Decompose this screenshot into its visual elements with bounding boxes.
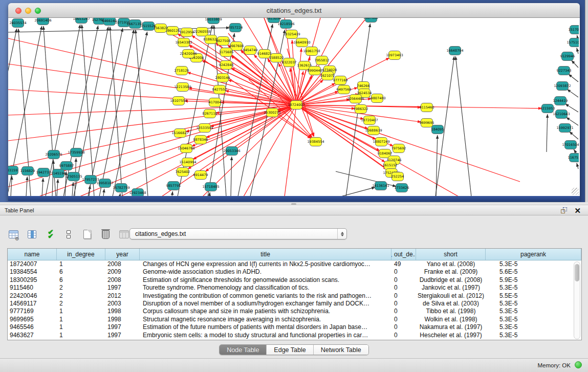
graph-node[interactable]: 417004 (209, 98, 222, 107)
graph-node[interactable]: 9115460 (420, 103, 434, 112)
graph-node[interactable]: 18325419 (283, 30, 300, 39)
table-row[interactable]: 969969511998Structural magnetic resonanc… (8, 316, 581, 323)
table-cell[interactable]: 9463627 (8, 332, 57, 339)
table-cell[interactable]: 2 (57, 292, 105, 300)
graph-node[interactable]: 3215953 (540, 104, 555, 113)
table-row[interactable]: 946362711997Embryonic stem cells: a mode… (8, 332, 581, 339)
resize-grip-icon[interactable] (572, 188, 579, 195)
graph-node[interactable]: 1615152 (383, 161, 398, 170)
graph-node[interactable]: 16782759 (113, 184, 129, 192)
tab-edge-table[interactable]: Edge Table (267, 345, 313, 355)
new-document-icon[interactable] (81, 228, 93, 240)
network-canvas[interactable]: 1872400725300275193845549860126591295422… (8, 18, 580, 196)
table-cell[interactable]: 9777169 (8, 308, 57, 315)
table-cell[interactable]: 5.3E-5 (486, 300, 581, 308)
table-cell[interactable]: 2003 (105, 300, 140, 308)
graph-node[interactable]: 8267110 (203, 110, 217, 118)
graph-node[interactable]: 8878344 (193, 136, 208, 144)
table-cell[interactable]: Stergiakouli et al. (2012) (416, 292, 486, 300)
table-cell[interactable]: Nakamura et al. (1997) (416, 323, 486, 331)
graph-node[interactable]: 7955812 (315, 56, 330, 65)
table-cell[interactable]: 1998 (105, 308, 140, 315)
graph-node[interactable]: 20691406 (34, 18, 51, 25)
graph-node[interactable]: 18107554 (170, 97, 187, 105)
table-cell[interactable]: Dudbridge et al. (2008) (416, 276, 486, 284)
graph-node[interactable]: 16640910 (293, 38, 310, 47)
table-row[interactable]: 977716911998Corpus callosum shape and si… (8, 308, 581, 315)
table-cell[interactable]: Franke et al. (2009) (416, 268, 486, 276)
table-row[interactable]: 1830029562008Estimation of significance … (8, 276, 581, 284)
column-header-in_degree[interactable]: in_degree (57, 249, 105, 260)
graph-node[interactable]: 2803144 (215, 74, 230, 82)
graph-node[interactable]: 9699695 (420, 119, 434, 127)
graph-node[interactable]: 2718126 (175, 67, 189, 75)
table-cell[interactable]: 1 (57, 323, 105, 331)
column-header-year[interactable]: year (105, 249, 140, 260)
table-cell[interactable]: Jankovic et al. (1997) (416, 284, 486, 292)
table-cell[interactable]: 0 (391, 323, 416, 331)
table-cell[interactable]: 9115460 (8, 284, 57, 292)
table-cell[interactable]: 0 (391, 332, 416, 339)
table-cell[interactable]: 1 (57, 260, 105, 268)
column-header-title[interactable]: title (140, 249, 391, 260)
column-header-name[interactable]: name (8, 249, 57, 260)
column-chooser-icon[interactable] (26, 228, 38, 240)
table-cell[interactable]: Yano et al. (2008) (416, 260, 486, 268)
table-cell[interactable]: 2 (57, 300, 105, 308)
graph-node[interactable]: 7625402 (176, 168, 190, 177)
trash-icon[interactable] (99, 228, 112, 240)
graph-node[interactable]: 16961758 (303, 47, 320, 56)
graph-node[interactable]: 9975887 (59, 162, 74, 170)
table-cell[interactable]: Hescheler et al. (1997) (416, 332, 486, 339)
graph-node[interactable]: 1733426 (395, 184, 409, 192)
graph-node[interactable]: 15718485 (202, 183, 219, 191)
table-cell[interactable]: Genome-wide association studies in ADHD. (140, 268, 391, 276)
column-header-pagerank[interactable]: pagerank (486, 249, 581, 260)
vertical-scrollbar[interactable] (574, 261, 580, 339)
graph-node[interactable]: 6497568 (337, 85, 352, 94)
graph-node[interactable]: 9242848 (219, 61, 234, 70)
table-cell[interactable]: Estimation of significance thresholds fo… (140, 276, 391, 284)
table-cell[interactable]: 1 (57, 308, 105, 315)
graph-node[interactable]: 9777169 (333, 76, 348, 85)
graph-node[interactable]: 12213589 (174, 83, 191, 92)
graph-node[interactable]: 18720407 (361, 116, 378, 125)
graph-node[interactable]: 7515526 (141, 22, 156, 31)
graph-node[interactable]: 7975692 (391, 144, 406, 153)
tab-node-table[interactable]: Node Table (220, 345, 267, 355)
scrollbar-thumb[interactable] (575, 264, 579, 281)
table-cell[interactable]: 0 (391, 268, 416, 276)
table-cell[interactable]: 1 (57, 316, 105, 323)
table-cell[interactable]: 19384554 (8, 268, 57, 276)
graph-node[interactable]: 9227343 (557, 67, 572, 75)
graph-node[interactable]: 12093872 (554, 82, 571, 91)
graph-node[interactable]: 15751074 (567, 38, 579, 47)
table-cell[interactable]: 2009 (105, 268, 140, 276)
graph-node[interactable]: 3175685 (219, 48, 234, 57)
graph-node[interactable]: 15046768 (178, 144, 194, 153)
table-cell[interactable]: 5.3E-5 (486, 260, 581, 268)
table-row[interactable]: 1872400712008Changes of HCN gene express… (8, 260, 581, 268)
table-cell[interactable]: 1997 (105, 332, 140, 339)
table-cell[interactable]: 1998 (105, 316, 140, 323)
graph-node[interactable]: 1167534 (568, 154, 579, 162)
graph-node[interactable]: 1145194 (51, 169, 66, 178)
float-panel-icon[interactable] (561, 207, 568, 214)
table-cell[interactable]: 6 (57, 268, 105, 276)
table-cell[interactable]: 18724007 (8, 260, 57, 268)
table-cell[interactable]: 14569117 (8, 300, 57, 308)
citation-graph[interactable]: 1872400725300275193845549860126591295422… (8, 18, 579, 196)
graph-node[interactable]: 16210643 (553, 110, 570, 119)
graph-node[interactable]: 7986322 (354, 105, 368, 114)
table-cell[interactable]: Wolkin et al. (1998) (416, 316, 486, 323)
table-cell[interactable]: 1997 (105, 284, 140, 292)
table-cell[interactable]: Corpus callosum shape and size in male p… (140, 308, 391, 315)
table-row[interactable]: 2242004622012Investigating the contribut… (8, 292, 581, 300)
table-cell[interactable]: 5.5E-5 (486, 292, 581, 300)
row-select-icon[interactable]: ✔✔ (44, 228, 56, 240)
graph-node[interactable]: 1156829 (20, 167, 35, 176)
table-cell[interactable]: 5.3E-5 (486, 308, 581, 315)
table-cell[interactable]: Tourette syndrome. Phenomenology and cla… (140, 284, 391, 292)
graph-node[interactable]: 9129946 (560, 52, 575, 61)
table-cell[interactable]: Tibbo et al. (1998) (416, 308, 486, 315)
